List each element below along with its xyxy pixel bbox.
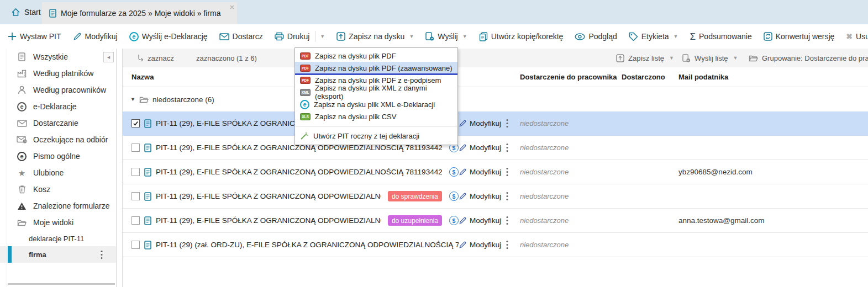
group-row-niedostarczone[interactable]: ▼ niedostarczone (6) <box>123 87 868 111</box>
form-name: PIT-11 (29) (zał. ORD-ZU), E-FILE SPÓŁKA… <box>156 241 459 249</box>
select-all-button[interactable]: zaznacz <box>137 49 174 67</box>
tab-active-label: Moje formularze za 2025 » Moje widoki » … <box>61 9 220 18</box>
app-window: Start Moje formularze za 2025 » Moje wid… <box>0 0 868 287</box>
table-row[interactable]: PIT-11 (29), E-FILE SPÓŁKA Z OGRANICZONĄ… <box>123 111 868 136</box>
sidebar-item-wedlug-platnikow[interactable]: Według płatników <box>0 65 116 82</box>
kebab-menu-icon[interactable] <box>506 167 514 177</box>
table-row[interactable]: PIT-11 (29) (zał. ORD-ZU), E-FILE SPÓŁKA… <box>123 233 868 257</box>
sidebar-item-znalezione-formularze[interactable]: Znalezione formularze <box>0 198 116 214</box>
wyslij-button[interactable]: Wyślij ▼ <box>425 32 467 41</box>
kebab-menu-icon[interactable] <box>506 119 514 128</box>
wystaw-pit-button[interactable]: Wystaw PIT <box>8 32 61 41</box>
table-row[interactable]: PIT-11 (29), E-FILE SPÓŁKA Z OGRANICZONĄ… <box>123 136 868 160</box>
wyslij-e-deklaracje-button[interactable]: e Wyślij e-Deklarację <box>129 32 208 41</box>
chevron-down-icon[interactable]: ▼ <box>409 34 414 39</box>
konwertuj-wersje-button[interactable]: Konwertuj wersję <box>764 32 835 41</box>
group-label: niedostarczone (6) <box>152 95 214 104</box>
column-header-dostarczono[interactable]: Dostarczono <box>622 73 671 81</box>
sidebar-item-kosz[interactable]: Kosz <box>0 181 116 198</box>
column-header-dostarczenie[interactable]: Dostarczenie do pracownika <box>514 73 622 81</box>
modyfikuj-row-button[interactable]: Modyfikuj <box>459 168 501 176</box>
kebab-menu-icon[interactable] <box>506 143 514 152</box>
podglad-button[interactable]: Podgląd <box>575 32 617 41</box>
zapisz-liste-button[interactable]: Zapisz listę ▼ <box>616 49 674 67</box>
payment-icon: $ <box>449 216 459 225</box>
sidebar-item-label: Dostarczanie <box>33 119 78 127</box>
warning-icon <box>17 202 27 210</box>
row-checkbox[interactable] <box>131 241 140 249</box>
kebab-menu-icon[interactable] <box>506 240 514 249</box>
dostarcz-button[interactable]: Dostarcz <box>219 32 263 41</box>
podsumowanie-button[interactable]: Σ Podsumowanie <box>690 32 752 41</box>
kebab-menu-icon[interactable] <box>101 250 108 259</box>
table-row[interactable]: PIT-11 (29), E-FILE SPÓŁKA Z OGRANICZONĄ… <box>123 184 868 209</box>
modyfikuj-button[interactable]: Modyfikuj <box>73 32 118 41</box>
sidebar-item-dostarczanie[interactable]: Dostarczanie <box>0 115 116 131</box>
modyfikuj-row-button[interactable]: Modyfikuj <box>459 241 501 249</box>
chevron-down-icon[interactable]: ▼ <box>462 34 467 39</box>
column-header-mail[interactable]: Mail podatnika <box>671 73 868 81</box>
grouping-control[interactable]: Grupowanie: Dostarczenie do pracownika <box>749 49 868 67</box>
collapse-sidebar-button[interactable]: ◀ <box>103 52 114 62</box>
etykieta-button[interactable]: Etykieta ▼ <box>629 32 678 41</box>
folder-icon <box>749 54 758 62</box>
zapisz-na-dysku-dropdown-menu: PDF Zapisz na dysku plik PDF PDF Zapisz … <box>294 47 458 145</box>
tab-start[interactable]: Start <box>4 0 48 24</box>
zapisz-na-dysku-button[interactable]: Zapisz na dysku ▼ <box>336 32 414 41</box>
usun-button[interactable]: ✖ Usuń <box>846 32 868 41</box>
payment-icon: $ <box>449 167 459 177</box>
drukuj-button[interactable]: Drukuj ▼ <box>275 31 325 42</box>
menu-item-csv[interactable]: XLS Zapisz na dysku plik CSV <box>295 110 457 123</box>
sidebar-item-pismo-ogolne[interactable]: e Pismo ogólne <box>0 148 116 164</box>
sidebar-item-ulubione[interactable]: ★ Ulubione <box>0 164 116 181</box>
table-row[interactable]: PIT-11 (29), E-FILE SPÓŁKA Z OGRANICZONĄ… <box>123 209 868 233</box>
modyfikuj-row-button[interactable]: Modyfikuj <box>459 216 501 225</box>
pdf-file-icon: PDF <box>300 65 311 72</box>
sidebar-item-oczekujace-na-odbior[interactable]: Oczekujące na odbiór <box>0 131 116 148</box>
row-checkbox[interactable] <box>131 168 140 176</box>
sidebar-view-firma[interactable]: firma <box>0 246 116 263</box>
tab-active[interactable]: Moje formularze za 2025 » Moje widoki » … <box>42 2 237 24</box>
sidebar-view-deklaracje-pit-11[interactable]: deklaracje PIT-11 <box>0 231 116 246</box>
menu-item-xml-eksport[interactable]: XML Zapisz na dysku plik XML z danymi (e… <box>295 86 457 98</box>
chevron-down-icon[interactable]: ▼ <box>320 34 325 39</box>
row-checkbox[interactable] <box>131 192 140 200</box>
modyfikuj-row-button[interactable]: Modyfikuj <box>459 144 501 152</box>
modyfikuj-row-button[interactable]: Modyfikuj <box>459 119 501 127</box>
menu-item-pdf-zaawansowane[interactable]: PDF Zapisz na dysku plik PDF (zaawansowa… <box>295 62 457 74</box>
send-document-icon <box>425 32 434 41</box>
menu-item-pdf[interactable]: PDF Zapisz na dysku plik PDF <box>295 50 457 62</box>
sidebar-item-e-deklaracje[interactable]: e e-Deklaracje <box>0 98 116 115</box>
person-icon <box>17 86 27 94</box>
row-checkbox[interactable] <box>131 144 140 152</box>
sidebar-item-label: Według pracowników <box>33 86 106 94</box>
row-checkbox-checked[interactable] <box>131 119 140 127</box>
button-label: Modyfikuj <box>85 32 118 41</box>
kebab-menu-icon[interactable] <box>506 216 514 225</box>
close-icon[interactable]: ✕ <box>229 4 234 11</box>
document-icon <box>144 144 151 152</box>
e-declaration-icon: e <box>17 102 27 111</box>
utworz-kopie-button[interactable]: Utwórz kopię/korektę <box>479 32 564 41</box>
chevron-down-icon[interactable]: ▼ <box>674 34 678 39</box>
taxpayer-email: ybz90685@nezid.com <box>678 168 753 176</box>
table-row[interactable]: PIT-11 (29), E-FILE SPÓŁKA Z OGRANICZONĄ… <box>123 160 868 184</box>
taxpayer-email: anna.testowa@gmail.com <box>678 216 765 225</box>
kebab-menu-icon[interactable] <box>506 192 514 201</box>
sidebar-item-moje-widoki[interactable]: Moje widoki <box>0 214 116 231</box>
chevron-expanded-icon[interactable]: ▼ <box>130 97 135 102</box>
sidebar-item-wszystkie[interactable]: Wszystkie ◀ <box>0 49 116 65</box>
menu-item-xml-e-deklaracji[interactable]: e Zapisz na dysku plik XML e-Deklaracji <box>295 98 457 110</box>
row-checkbox[interactable] <box>131 216 140 225</box>
menu-item-utworz-pit-roczny[interactable]: Utwórz PIT roczny z tej deklaracji <box>295 129 457 142</box>
tab-start-label: Start <box>24 8 41 17</box>
wyslij-liste-button[interactable]: Wyślij listę ▼ <box>682 49 738 67</box>
sidebar-item-label: Znalezione formularze <box>33 201 110 210</box>
sidebar-scrollbar[interactable] <box>8 283 115 285</box>
divider <box>315 31 315 42</box>
chevron-down-icon[interactable]: ▼ <box>669 55 674 61</box>
modyfikuj-row-button[interactable]: Modyfikuj <box>459 192 501 200</box>
sidebar-item-wedlug-pracownikow[interactable]: Według pracowników <box>0 82 116 98</box>
chevron-down-icon[interactable]: ▼ <box>733 55 738 61</box>
status-badge: do sprawdzenia <box>388 191 442 201</box>
